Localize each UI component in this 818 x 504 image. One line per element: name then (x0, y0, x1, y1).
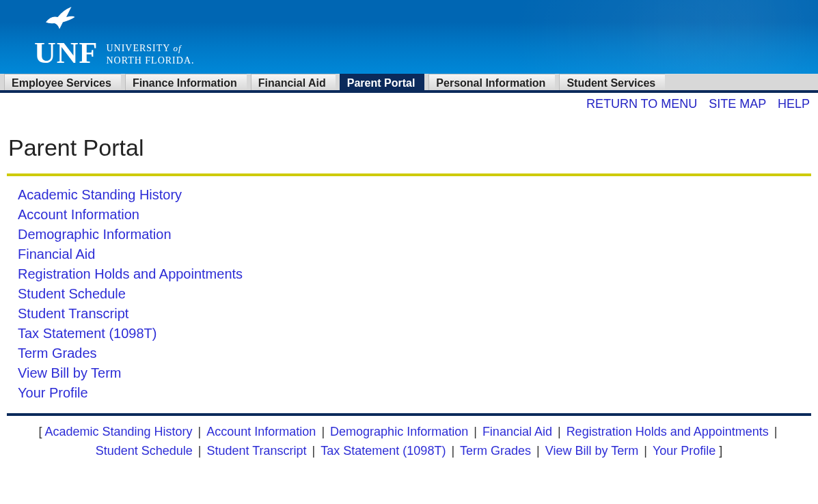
link-view-bill-by-term[interactable]: View Bill by Term (18, 365, 122, 381)
tab-finance-information[interactable]: Finance Information (125, 74, 247, 90)
footer-link-tax-statement-1098t-[interactable]: Tax Statement (1098T) (321, 444, 446, 458)
page-title: Parent Portal (0, 111, 818, 173)
footer-link-account-information[interactable]: Account Information (206, 425, 316, 438)
footer-link-demographic-information[interactable]: Demographic Information (330, 425, 468, 438)
footer-link-student-transcript[interactable]: Student Transcript (207, 444, 307, 458)
link-academic-standing-history[interactable]: Academic Standing History (18, 187, 182, 203)
tab-student-services[interactable]: Student Services (559, 74, 665, 90)
tabs-row: Employee ServicesFinance InformationFina… (0, 74, 818, 93)
footer-separator: | (193, 425, 207, 438)
footer-bracket-close: ] (715, 444, 722, 458)
footer-separator: | (531, 444, 545, 458)
link-financial-aid[interactable]: Financial Aid (18, 247, 95, 262)
main-links: Academic Standing HistoryAccount Informa… (0, 176, 818, 410)
brand-full: UNIVERSITY of NORTH FLORIDA. (106, 42, 194, 66)
footer-links: [ Academic Standing History | Account In… (0, 416, 818, 475)
footer-link-term-grades[interactable]: Term Grades (460, 444, 531, 458)
footer-separator: | (468, 425, 482, 438)
tab-parent-portal[interactable]: Parent Portal (340, 74, 425, 90)
link-account-information[interactable]: Account Information (18, 207, 139, 223)
link-student-schedule[interactable]: Student Schedule (18, 286, 126, 302)
unf-logo: UNF UNIVERSITY of NORTH FLORIDA. (34, 7, 195, 68)
brand-line1b: of (173, 43, 181, 53)
footer-separator: | (638, 444, 653, 458)
tab-personal-information[interactable]: Personal Information (428, 74, 555, 90)
footer-separator: | (769, 425, 780, 438)
tab-employee-services[interactable]: Employee Services (4, 74, 121, 90)
utility-links: RETURN TO MENU SITE MAP HELP (0, 93, 818, 111)
footer-link-academic-standing-history[interactable]: Academic Standing History (45, 425, 193, 438)
brand-short: UNF (34, 38, 98, 68)
footer-separator: | (316, 425, 330, 438)
footer-link-your-profile[interactable]: Your Profile (653, 444, 715, 458)
help-link[interactable]: HELP (778, 97, 810, 111)
link-student-transcript[interactable]: Student Transcript (18, 306, 128, 322)
footer-separator: | (307, 444, 321, 458)
return-to-menu-link[interactable]: RETURN TO MENU (586, 97, 697, 111)
brand-line2: NORTH FLORIDA. (106, 55, 194, 66)
link-your-profile[interactable]: Your Profile (18, 385, 88, 401)
footer-link-financial-aid[interactable]: Financial Aid (482, 425, 552, 438)
link-registration-holds-and-appointments[interactable]: Registration Holds and Appointments (18, 266, 243, 282)
link-term-grades[interactable]: Term Grades (18, 346, 97, 361)
header-banner: UNF UNIVERSITY of NORTH FLORIDA. (0, 0, 818, 74)
tab-financial-aid[interactable]: Financial Aid (251, 74, 336, 90)
footer-separator: | (552, 425, 567, 438)
footer-link-view-bill-by-term[interactable]: View Bill by Term (545, 444, 638, 458)
site-map-link[interactable]: SITE MAP (709, 97, 766, 111)
link-tax-statement-1098t-[interactable]: Tax Statement (1098T) (18, 326, 156, 341)
footer-separator: | (446, 444, 460, 458)
brand-line1a: UNIVERSITY (106, 43, 173, 53)
footer-bracket-open: [ (38, 425, 44, 438)
footer-link-registration-holds-and-appointments[interactable]: Registration Holds and Appointments (567, 425, 769, 438)
osprey-icon (42, 3, 77, 38)
footer-link-student-schedule[interactable]: Student Schedule (96, 444, 193, 458)
footer-separator: | (193, 444, 207, 458)
link-demographic-information[interactable]: Demographic Information (18, 227, 172, 242)
